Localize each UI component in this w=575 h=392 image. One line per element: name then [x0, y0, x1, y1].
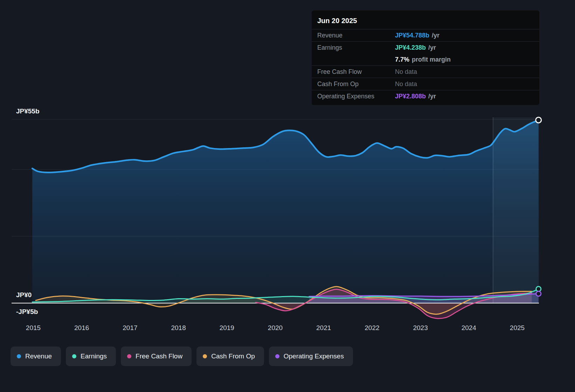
legend-item-label: Free Cash Flow [136, 352, 182, 360]
legend-item-free-cash-flow[interactable]: Free Cash Flow [121, 346, 192, 366]
legend-item-revenue[interactable]: Revenue [11, 346, 61, 366]
y-axis-label: JP¥55b [16, 107, 40, 115]
x-axis-label: 2022 [365, 324, 379, 332]
legend-item-cash-from-op[interactable]: Cash From Op [196, 346, 264, 366]
revenue-end-marker [536, 117, 541, 123]
tooltip-rows: RevenueJP¥54.788b/yrEarningsJP¥4.238b/yr… [312, 29, 539, 102]
x-axis-label: 2016 [74, 324, 89, 332]
tooltip-row-cash-from-op: Cash From OpNo data [312, 78, 539, 90]
legend-item-operating-expenses[interactable]: Operating Expenses [269, 346, 353, 366]
tooltip-row-value: JP¥4.238b [395, 44, 426, 51]
x-axis-label: 2025 [510, 324, 525, 332]
tooltip-row-free-cash-flow: Free Cash FlowNo data [312, 65, 539, 78]
legend-item-label: Revenue [25, 352, 52, 360]
tooltip-row-label: Free Cash Flow [317, 68, 395, 76]
x-axis-label: 2019 [220, 324, 234, 332]
y-axis-label: -JP¥5b [16, 308, 38, 316]
x-axis-label: 2015 [26, 324, 41, 332]
legend: RevenueEarningsFree Cash FlowCash From O… [11, 346, 353, 366]
tooltip-row-operating-expenses: Operating ExpensesJP¥2.808b/yr [312, 90, 539, 102]
legend-item-label: Earnings [81, 352, 107, 360]
tooltip-date: Jun 20 2025 [312, 15, 539, 29]
x-axis-label: 2021 [316, 324, 331, 332]
free-cash-flow-dot-icon [127, 354, 131, 358]
hover-band [493, 117, 539, 303]
tooltip-row-value: JP¥2.808b [395, 93, 426, 100]
y-axis-label: JP¥0 [16, 291, 32, 299]
tooltip-row-label: Earnings [317, 44, 395, 51]
tooltip-row-label: Operating Expenses [317, 93, 395, 100]
tooltip-row-value: No data [395, 68, 417, 76]
tooltip-row-suffix: /yr [432, 32, 439, 39]
tooltip-row-label: Revenue [317, 32, 395, 39]
tooltip-row-value: 7.7% [395, 56, 409, 63]
revenue-dot-icon [17, 354, 21, 358]
earnings-dot-icon [72, 354, 76, 358]
tooltip-row-suffix: profit margin [412, 56, 451, 63]
x-axis-label: 2017 [123, 324, 137, 332]
legend-item-label: Operating Expenses [284, 352, 344, 360]
tooltip-row-suffix: /yr [428, 93, 436, 100]
tooltip-row-value: JP¥54.788b [395, 32, 429, 39]
tooltip: Jun 20 2025 RevenueJP¥54.788b/yrEarnings… [312, 10, 539, 105]
cash-from-op-dot-icon [203, 354, 207, 358]
legend-item-earnings[interactable]: Earnings [66, 346, 116, 366]
earnings-end-marker [536, 287, 541, 292]
x-axis-label: 2024 [462, 324, 476, 332]
x-axis-label: 2018 [171, 324, 186, 332]
x-axis-label: 2020 [268, 324, 283, 332]
revenue-area [32, 120, 539, 303]
tooltip-row-suffix: /yr [428, 44, 436, 51]
x-axis-label: 2023 [413, 324, 428, 332]
legend-item-label: Cash From Op [211, 352, 255, 360]
page: { "tooltip": { "date": "Jun 20 2025", "r… [0, 0, 575, 392]
tooltip-row-label: Cash From Op [317, 80, 395, 88]
tooltip-row-profit-margin: 7.7%profit margin [312, 54, 539, 65]
operating-expenses-dot-icon [275, 354, 279, 358]
tooltip-row-value: No data [395, 80, 417, 88]
tooltip-row-earnings: EarningsJP¥4.238b/yr [312, 41, 539, 54]
tooltip-row-revenue: RevenueJP¥54.788b/yr [312, 29, 539, 41]
opex-end-marker [536, 291, 541, 296]
